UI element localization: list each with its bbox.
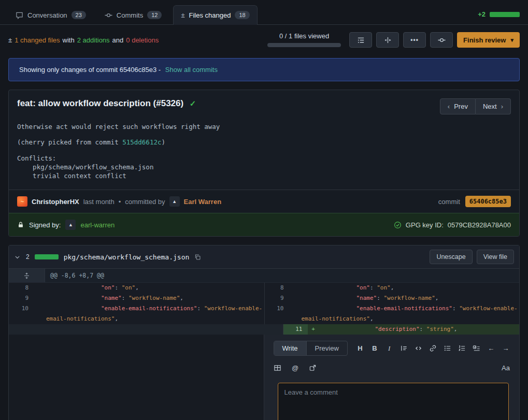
- commit-title-wrap: feat: allow workflow description (#5326)…: [17, 98, 196, 109]
- diff-row-added: 11 + "description": "string",: [9, 324, 519, 335]
- hunk-header-row: @@ -8,6 +8,7 @@: [9, 269, 519, 283]
- view-file-button[interactable]: View file: [477, 250, 514, 264]
- prev-commit-button[interactable]: ‹ Prev: [440, 98, 476, 114]
- tab-commits[interactable]: Commits 12: [97, 6, 169, 24]
- split-view-toggle-button[interactable]: [376, 32, 399, 48]
- line-number-old: [9, 314, 34, 324]
- commit-author-row: ~ ChristopherHX last month • committed b…: [9, 190, 519, 213]
- mention-button[interactable]: @: [291, 363, 299, 372]
- line-number-old[interactable]: 8: [9, 283, 34, 293]
- next-label: Next: [483, 103, 497, 110]
- diff-icon: ±: [8, 36, 12, 44]
- commit-panel: feat: allow workflow description (#5326)…: [8, 90, 520, 237]
- line-number-new[interactable]: 9: [264, 293, 289, 303]
- finish-review-button[interactable]: Finish review ▾: [457, 32, 520, 48]
- line-sign-old: [34, 303, 45, 314]
- prev-label: Prev: [454, 103, 468, 110]
- preview-tab[interactable]: Preview: [306, 341, 347, 355]
- code-line-new: email-notifications",: [301, 314, 520, 324]
- unfold-icon: [23, 272, 30, 279]
- line-number-old: [9, 324, 34, 335]
- collapse-file-icon[interactable]: [14, 254, 21, 260]
- task-list-button[interactable]: [473, 344, 481, 353]
- diff-stats-additions: +2: [478, 10, 486, 18]
- author-avatar[interactable]: ~: [17, 196, 27, 207]
- copy-path-icon[interactable]: [194, 254, 201, 260]
- table-button[interactable]: [274, 363, 282, 372]
- cherry-pick-text: ): [161, 138, 165, 146]
- show-all-commits-link[interactable]: Show all commits: [165, 66, 218, 74]
- line-number-old[interactable]: 10: [9, 303, 34, 314]
- task-list-icon: [473, 344, 480, 352]
- banner-message: Showing only changes of commit 65406c85e…: [19, 66, 161, 74]
- link-button[interactable]: [429, 344, 437, 353]
- undo-button[interactable]: ←: [487, 344, 495, 353]
- unordered-list-button[interactable]: [444, 344, 452, 353]
- line-sign-old: [34, 293, 45, 303]
- code-line-new: "on": "on",: [301, 283, 520, 293]
- bold-button[interactable]: B: [370, 344, 379, 353]
- code-icon: [415, 344, 422, 352]
- redo-button[interactable]: →: [502, 344, 510, 353]
- quote-button[interactable]: [399, 344, 408, 353]
- expand-diff-button[interactable]: [9, 269, 45, 282]
- next-commit-button[interactable]: Next ›: [476, 98, 511, 114]
- cherry-pick-hash-link[interactable]: 515dd6612c: [122, 138, 161, 146]
- reference-button[interactable]: [309, 363, 317, 372]
- tab-files-changed[interactable]: ± Files changed 18: [173, 5, 257, 25]
- tab-label: Conversation: [27, 11, 67, 19]
- ci-success-icon: ✓: [190, 99, 196, 108]
- signer-link[interactable]: earl-warren: [80, 221, 115, 229]
- commit-filter-banner: Showing only changes of commit 65406c85e…: [8, 58, 520, 81]
- code-button[interactable]: [414, 344, 422, 353]
- line-number-new[interactable]: 8: [264, 283, 289, 293]
- commit-select-button[interactable]: [430, 32, 453, 48]
- diff-file-panel: 2 pkg/schema/workflow_schema.json Unesca…: [8, 245, 520, 420]
- dot-separator: •: [119, 198, 121, 206]
- editor-tabs: Write Preview: [274, 341, 348, 356]
- comment-editor: Write Preview H B I: [264, 335, 520, 420]
- line-sign-new: [289, 314, 301, 324]
- signer-avatar[interactable]: ▲: [65, 220, 76, 230]
- tab-conversation[interactable]: Conversation 23: [8, 6, 93, 24]
- ordered-list-icon: [458, 344, 466, 352]
- chevron-right-icon: ›: [501, 103, 503, 110]
- diff-stats-bar: [490, 12, 520, 17]
- commits-count-badge: 12: [147, 11, 162, 19]
- file-header: 2 pkg/schema/workflow_schema.json Unesca…: [9, 245, 519, 269]
- diff-stats: +2: [478, 10, 520, 24]
- unescape-button[interactable]: Unescape: [430, 250, 472, 264]
- diff-options-button[interactable]: •••: [403, 32, 426, 48]
- files-viewed-label: 0 / 1 files viewed: [267, 32, 341, 40]
- committed-by-label: committed by: [125, 198, 165, 206]
- committer-avatar[interactable]: ▲: [169, 196, 180, 207]
- caret-down-icon: ▾: [510, 37, 513, 44]
- changed-files-summary: ± 1 changed files with 2 additions and 0…: [8, 36, 159, 44]
- file-tree-toggle-button[interactable]: [349, 32, 372, 48]
- commit-sha-badge[interactable]: 65406c85e3: [465, 196, 511, 207]
- conversation-count-badge: 23: [72, 11, 86, 19]
- line-sign-new: [289, 303, 301, 314]
- write-tab[interactable]: Write: [274, 341, 306, 355]
- heading-button[interactable]: H: [356, 344, 364, 353]
- cherry-pick-text: (cherry picked from commit: [17, 138, 122, 146]
- cherry-pick-line: (cherry picked from commit 515dd6612c): [17, 138, 511, 146]
- line-number-new[interactable]: 11: [283, 324, 308, 335]
- commit-message-body: Otherwise act would reject such workflow…: [9, 117, 519, 190]
- comment-textarea[interactable]: [278, 383, 509, 420]
- line-sign-new: [289, 293, 301, 303]
- signature-row: Signed by: ▲ earl-warren GPG key ID: 057…: [9, 213, 519, 236]
- conflicts-block: Conflicts: pkg/schema/workflow_schema.js…: [17, 154, 511, 180]
- author-name[interactable]: ChristopherHX: [32, 198, 79, 206]
- ordered-list-button[interactable]: [458, 344, 466, 353]
- reference-icon: [309, 364, 317, 372]
- comment-icon: [16, 11, 23, 19]
- file-additions-count: 2: [26, 253, 30, 260]
- italic-button[interactable]: I: [385, 344, 393, 353]
- line-number-old[interactable]: 9: [9, 293, 34, 303]
- font-size-button[interactable]: Aa: [502, 363, 510, 372]
- code-line-old: "on": "on",: [45, 283, 264, 293]
- line-number-new[interactable]: 10: [264, 303, 289, 314]
- diff-row: 8 "on": "on", 8 "on": "on",: [9, 283, 519, 293]
- committer-name[interactable]: Earl Warren: [184, 198, 222, 206]
